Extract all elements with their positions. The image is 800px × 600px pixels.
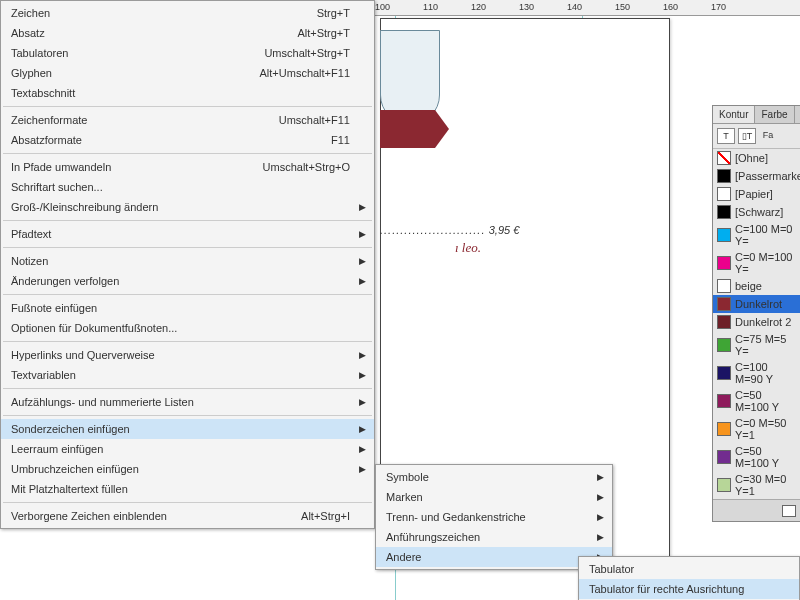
menu-item-hyperlinks-und-querverweise[interactable]: Hyperlinks und Querverweise▶ xyxy=(1,345,374,365)
swatch-color-icon xyxy=(717,338,731,352)
menu-item-mit-platzhaltertext-f-llen[interactable]: Mit Platzhaltertext füllen xyxy=(1,479,374,499)
menu-item-tabulatoren[interactable]: TabulatorenUmschalt+Strg+T xyxy=(1,43,374,63)
menu-item-textvariablen[interactable]: Textvariablen▶ xyxy=(1,365,374,385)
menu-item-notizen[interactable]: Notizen▶ xyxy=(1,251,374,271)
tab-farbe[interactable]: Farbe xyxy=(755,106,794,123)
swatch-color-icon xyxy=(717,366,731,380)
swatch-label: Dunkelrot 2 xyxy=(735,316,791,328)
submenu-arrow-icon: ▶ xyxy=(359,350,366,360)
menu-item-umbruchzeichen-einf-gen[interactable]: Umbruchzeichen einfügen▶ xyxy=(1,459,374,479)
swatch--schwarz-[interactable]: [Schwarz] xyxy=(713,203,800,221)
swatch-color-icon xyxy=(717,478,731,492)
swatch-color-icon xyxy=(717,297,731,311)
swatch--passermarken-[interactable]: [Passermarken] xyxy=(713,167,800,185)
swatch-color-icon xyxy=(717,151,731,165)
swatch-c-0-m-100-y-[interactable]: C=0 M=100 Y= xyxy=(713,249,800,277)
swatch-c-0-m-50-y-1[interactable]: C=0 M=50 Y=1 xyxy=(713,415,800,443)
swatch-color-icon xyxy=(717,315,731,329)
menu-item-tabulator[interactable]: Tabulator xyxy=(579,559,799,579)
menu-item-symbole[interactable]: Symbole▶ xyxy=(376,467,612,487)
submenu-arrow-icon: ▶ xyxy=(597,532,604,542)
swatch-c-30-m-0-y-1[interactable]: C=30 M=0 Y=1 xyxy=(713,471,800,499)
swatch-label: C=100 M=90 Y xyxy=(735,361,796,385)
menu-item-textabschnitt[interactable]: Textabschnitt xyxy=(1,83,374,103)
submenu-arrow-icon: ▶ xyxy=(597,492,604,502)
submenu-arrow-icon: ▶ xyxy=(359,424,366,434)
swatch-label: [Passermarken] xyxy=(735,170,800,182)
swatch-label: C=50 M=100 Y xyxy=(735,389,796,413)
panel-tabs: Kontur Farbe xyxy=(713,106,800,124)
menu-item-leerraum-einf-gen[interactable]: Leerraum einfügen▶ xyxy=(1,439,374,459)
swatch-c-50-m-100-y[interactable]: C=50 M=100 Y xyxy=(713,387,800,415)
menu-item-sonderzeichen-einf-gen[interactable]: Sonderzeichen einfügen▶ xyxy=(1,419,374,439)
submenu-arrow-icon: ▶ xyxy=(359,444,366,454)
menu-item-in-pfade-umwandeln: In Pfade umwandelnUmschalt+Strg+O xyxy=(1,157,374,177)
swatch-dunkelrot[interactable]: Dunkelrot xyxy=(713,295,800,313)
swatch--papier-[interactable]: [Papier] xyxy=(713,185,800,203)
menu-item-absatzformate[interactable]: AbsatzformateF11 xyxy=(1,130,374,150)
swatch-beige[interactable]: beige xyxy=(713,277,800,295)
submenu-arrow-icon: ▶ xyxy=(359,370,366,380)
swatch-label: C=30 M=0 Y=1 xyxy=(735,473,796,497)
swatch-label: C=0 M=100 Y= xyxy=(735,251,796,275)
swatch-c-100-m-0-y-[interactable]: C=100 M=0 Y= xyxy=(713,221,800,249)
menu-item-gro-kleinschreibung-ndern[interactable]: Groß-/Kleinschreibung ändern▶ xyxy=(1,197,374,217)
type-menu: ZeichenStrg+TAbsatzAlt+Strg+TTabulatoren… xyxy=(0,0,375,529)
menu-item-verborgene-zeichen-einblenden[interactable]: Verborgene Zeichen einblendenAlt+Strg+I xyxy=(1,506,374,526)
swatch-label: C=50 M=100 Y xyxy=(735,445,796,469)
swatch-color-icon xyxy=(717,256,731,270)
menu-item-tabulator-f-r-rechte-ausrichtu[interactable]: Tabulator für rechte Ausrichtung xyxy=(579,579,799,599)
horizontal-ruler: 100110120130140150160170 xyxy=(375,0,800,16)
panel-icon-row: T ▯T Fa xyxy=(713,124,800,149)
menu-item-fu-note-einf-gen[interactable]: Fußnote einfügen xyxy=(1,298,374,318)
swatch--ohne-[interactable]: [Ohne] xyxy=(713,149,800,167)
submenu-arrow-icon: ▶ xyxy=(359,397,366,407)
swatch-color-icon xyxy=(717,422,731,436)
swatch-label: [Schwarz] xyxy=(735,206,783,218)
formatting-label: Fa xyxy=(759,128,777,144)
menu-item-absatz[interactable]: AbsatzAlt+Strg+T xyxy=(1,23,374,43)
sample-text[interactable]: ı leo. xyxy=(455,240,481,256)
swatch-c-75-m-5-y-[interactable]: C=75 M=5 Y= xyxy=(713,331,800,359)
menu-item-marken[interactable]: Marken▶ xyxy=(376,487,612,507)
menu-item-aufz-hlungs-und-nummerierte-li[interactable]: Aufzählungs- und nummerierte Listen▶ xyxy=(1,392,374,412)
menu-item-schriftart-suchen-[interactable]: Schriftart suchen... xyxy=(1,177,374,197)
menu-item-glyphen[interactable]: GlyphenAlt+Umschalt+F11 xyxy=(1,63,374,83)
swatch-label: C=75 M=5 Y= xyxy=(735,333,796,357)
menu-item-optionen-f-r-dokumentfu-noten-[interactable]: Optionen für Dokumentfußnoten... xyxy=(1,318,374,338)
menu-item-andere[interactable]: Andere▶ xyxy=(376,547,612,567)
panel-footer xyxy=(713,499,800,521)
submenu-arrow-icon: ▶ xyxy=(597,512,604,522)
menu-item-zeichen[interactable]: ZeichenStrg+T xyxy=(1,3,374,23)
submenu-arrow-icon: ▶ xyxy=(359,202,366,212)
menu-item--nderungen-verfolgen[interactable]: Änderungen verfolgen▶ xyxy=(1,271,374,291)
stroke-proxy-icon[interactable]: ▯T xyxy=(738,128,756,144)
submenu-arrow-icon: ▶ xyxy=(359,464,366,474)
menu-item-zeichenformate[interactable]: ZeichenformateUmschalt+F11 xyxy=(1,110,374,130)
swatch-color-icon xyxy=(717,187,731,201)
submenu-arrow-icon: ▶ xyxy=(359,276,366,286)
swatch-label: Dunkelrot xyxy=(735,298,782,310)
swatch-color-icon xyxy=(717,394,731,408)
menu-item-trenn-und-gedankenstriche[interactable]: Trenn- und Gedankenstriche▶ xyxy=(376,507,612,527)
menu-item-pfadtext[interactable]: Pfadtext▶ xyxy=(1,224,374,244)
swatch-label: [Ohne] xyxy=(735,152,768,164)
swatch-c-50-m-100-y[interactable]: C=50 M=100 Y xyxy=(713,443,800,471)
submenu-arrow-icon: ▶ xyxy=(359,229,366,239)
tab-kontur[interactable]: Kontur xyxy=(713,106,755,123)
swatch-color-icon xyxy=(717,450,731,464)
menu-item-anf-hrungszeichen[interactable]: Anführungszeichen▶ xyxy=(376,527,612,547)
swatch-label: [Papier] xyxy=(735,188,773,200)
swatch-label: C=100 M=0 Y= xyxy=(735,223,796,247)
swatch-label: C=0 M=50 Y=1 xyxy=(735,417,796,441)
swatch-color-icon xyxy=(717,279,731,293)
andere-submenu: TabulatorTabulator für rechte Ausrichtun… xyxy=(578,556,800,600)
submenu-arrow-icon: ▶ xyxy=(597,472,604,482)
swatch-c-100-m-90-y[interactable]: C=100 M=90 Y xyxy=(713,359,800,387)
swatch-dunkelrot-2[interactable]: Dunkelrot 2 xyxy=(713,313,800,331)
price-text[interactable]: .......................... 3,95 € xyxy=(380,222,519,238)
swatch-label: beige xyxy=(735,280,762,292)
new-swatch-icon[interactable] xyxy=(782,505,796,517)
ribbon-shape[interactable] xyxy=(380,110,435,148)
fill-proxy-icon[interactable]: T xyxy=(717,128,735,144)
